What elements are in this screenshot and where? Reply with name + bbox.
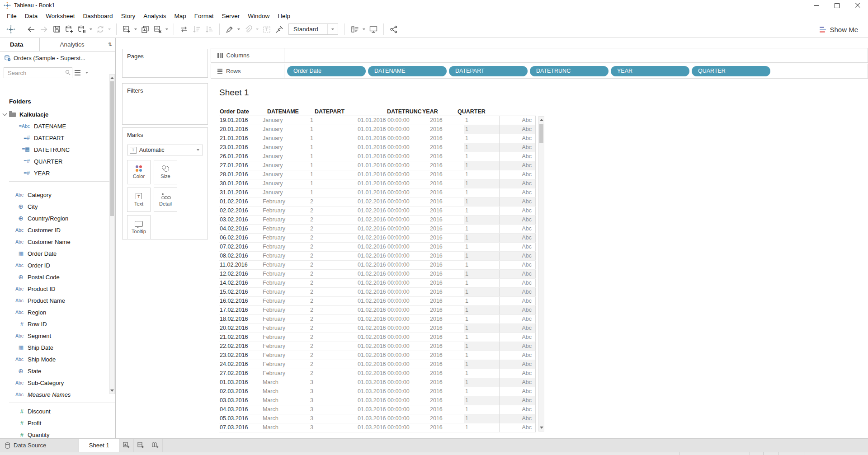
table-row[interactable]: 21.01.2016 January 1 01.01.2016 00:00:00… — [219, 134, 536, 143]
table-row[interactable]: 16.02.2016 February 2 01.02.2016 00:00:0… — [219, 297, 536, 306]
field-item[interactable]: City — [0, 201, 115, 212]
field-item[interactable]: Discount — [0, 405, 115, 417]
scroll-up-icon[interactable] — [110, 75, 114, 80]
menu-item[interactable]: Help — [274, 13, 294, 19]
mark-type-selector[interactable]: T Automatic — [127, 145, 203, 155]
data-source-row[interactable]: Orders (Sample - Superst... — [0, 52, 115, 64]
table-row[interactable]: 28.01.2016 January 1 01.01.2016 00:00:00… — [219, 170, 536, 179]
field-item[interactable]: Sub-Category — [0, 377, 115, 389]
field-item[interactable]: DATENAME — [0, 120, 115, 132]
tooltip-button[interactable]: Tooltip — [127, 215, 151, 239]
column-header[interactable]: YEAR — [421, 108, 457, 116]
new-worksheet-tab-button[interactable] — [119, 439, 134, 452]
table-row[interactable]: 04.03.2016 March 3 01.03.2016 00:00:00 2… — [219, 405, 536, 414]
show-me-button[interactable]: Show Me — [820, 21, 858, 38]
sort-descending-button[interactable] — [203, 23, 216, 36]
menu-item[interactable]: Map — [170, 13, 190, 19]
table-row[interactable]: 08.02.2016 February 2 01.02.2016 00:00:0… — [219, 252, 536, 261]
menu-item[interactable]: Format — [190, 13, 218, 19]
field-item[interactable]: Segment — [0, 330, 115, 342]
tableau-home-button[interactable] — [5, 23, 17, 36]
menu-item[interactable]: Window — [244, 13, 274, 19]
table-row[interactable]: 07.02.2016 February 2 01.02.2016 00:00:0… — [219, 243, 536, 252]
shelf-pill[interactable]: QUARTER — [692, 66, 770, 76]
new-data-source-button[interactable] — [63, 23, 75, 36]
table-row[interactable]: 12.02.2016 February 2 01.02.2016 00:00:0… — [219, 270, 536, 279]
table-row[interactable]: 11.02.2016 February 2 01.02.2016 00:00:0… — [219, 261, 536, 270]
field-item[interactable]: QUARTER — [0, 155, 115, 167]
shelf-pill[interactable]: Order Date — [287, 66, 366, 76]
table-row[interactable]: 01.02.2016 February 2 01.02.2016 00:00:0… — [219, 197, 536, 206]
field-item[interactable]: State — [0, 365, 115, 377]
shelf-pill[interactable]: DATEPART — [449, 66, 528, 76]
field-item[interactable]: Postal Code — [0, 271, 115, 283]
table-row[interactable]: 15.02.2016 February 2 01.02.2016 00:00:0… — [219, 288, 536, 297]
columns-shelf[interactable]: Columns — [211, 48, 868, 63]
column-header[interactable]: Order Date — [219, 108, 266, 116]
field-item[interactable]: Order Date — [0, 248, 115, 259]
pages-shelf[interactable]: Pages — [122, 49, 208, 78]
field-item[interactable]: DATETRUNC — [0, 144, 115, 155]
pause-auto-updates-dropdown[interactable] — [88, 23, 93, 36]
color-button[interactable]: Color — [127, 160, 151, 184]
table-row[interactable]: 27.02.2016 February 2 01.02.2016 00:00:0… — [219, 369, 536, 378]
sheet-tab-active[interactable]: Sheet 1 — [79, 439, 119, 452]
tab-data[interactable]: Data — [0, 38, 40, 51]
clear-sheet-button[interactable] — [151, 23, 164, 36]
forward-button[interactable] — [38, 23, 50, 36]
table-row[interactable]: 27.01.2016 January 1 01.01.2016 00:00:00… — [219, 161, 536, 170]
show-mark-labels-button[interactable] — [260, 23, 273, 36]
restore-button[interactable] — [826, 0, 847, 11]
table-row[interactable]: 06.02.2016 February 2 01.02.2016 00:00:0… — [219, 234, 536, 243]
table-row[interactable]: 01.03.2016 March 3 01.03.2016 00:00:00 2… — [219, 378, 536, 387]
filters-shelf[interactable]: Filters — [122, 83, 208, 125]
close-button[interactable] — [847, 0, 868, 11]
menu-item[interactable]: Server — [217, 13, 244, 19]
sort-fields-icon[interactable]: ⇅ — [104, 42, 115, 47]
field-item[interactable]: Product Name — [0, 295, 115, 306]
menu-item[interactable]: Data — [21, 13, 42, 19]
table-row[interactable]: 14.02.2016 February 2 01.02.2016 00:00:0… — [219, 279, 536, 288]
table-row[interactable]: 30.01.2016 January 1 01.01.2016 00:00:00… — [219, 179, 536, 188]
fix-axes-button[interactable] — [273, 23, 286, 36]
group-members-button[interactable] — [242, 23, 255, 36]
duplicate-button[interactable] — [139, 23, 151, 36]
table-row[interactable]: 02.03.2016 March 3 01.03.2016 00:00:00 2… — [219, 387, 536, 396]
column-header[interactable]: DATETRUNC — [386, 108, 421, 116]
table-row[interactable]: 23.01.2016 January 1 01.01.2016 00:00:00… — [219, 143, 536, 152]
field-item[interactable]: Customer Name — [0, 236, 115, 248]
show-hide-cards-button[interactable] — [349, 23, 361, 36]
fit-selector-caret[interactable] — [327, 24, 338, 34]
menu-item[interactable]: Worksheet — [42, 13, 79, 19]
column-header[interactable]: DATEPART — [314, 108, 386, 116]
column-header[interactable]: QUARTER — [457, 108, 486, 116]
refresh-button[interactable] — [94, 23, 107, 36]
refresh-dropdown[interactable] — [107, 23, 112, 36]
scrollbar-thumb[interactable] — [539, 124, 543, 143]
scroll-up-icon[interactable] — [539, 117, 544, 123]
tab-analytics[interactable]: Analytics — [40, 38, 104, 51]
new-worksheet-button[interactable] — [120, 23, 133, 36]
table-row[interactable]: 20.01.2016 January 1 01.01.2016 00:00:00… — [219, 125, 536, 134]
field-item[interactable]: Measure Names — [0, 389, 115, 400]
field-item[interactable]: Ship Mode — [0, 353, 115, 365]
field-item[interactable]: DATEPART — [0, 132, 115, 144]
swap-rows-columns-button[interactable] — [178, 23, 190, 36]
field-item[interactable]: Region — [0, 306, 115, 318]
field-item[interactable]: Row ID — [0, 318, 115, 330]
table-row[interactable]: 23.02.2016 February 2 01.02.2016 00:00:0… — [219, 351, 536, 360]
rows-shelf[interactable]: Rows Order DateDATENAMEDATEPARTDATETRUNC… — [211, 64, 868, 79]
field-options-caret[interactable] — [83, 72, 91, 74]
data-source-tab[interactable]: Data Source — [0, 439, 53, 452]
field-item[interactable]: Country/Region — [0, 212, 115, 224]
new-story-tab-button[interactable] — [148, 439, 163, 452]
minimize-button[interactable] — [806, 0, 826, 11]
table-row[interactable]: 03.03.2016 March 3 01.03.2016 00:00:00 2… — [219, 396, 536, 405]
detail-button[interactable]: Detail — [154, 188, 177, 212]
field-item[interactable]: Product ID — [0, 283, 115, 295]
clear-sheet-dropdown[interactable] — [164, 23, 169, 36]
text-button[interactable]: T Text — [127, 188, 151, 212]
field-item[interactable]: Profit — [0, 417, 115, 429]
shelf-pill[interactable]: YEAR — [611, 66, 689, 76]
table-row[interactable]: 19.01.2016 January 1 01.01.2016 00:00:00… — [219, 116, 536, 125]
